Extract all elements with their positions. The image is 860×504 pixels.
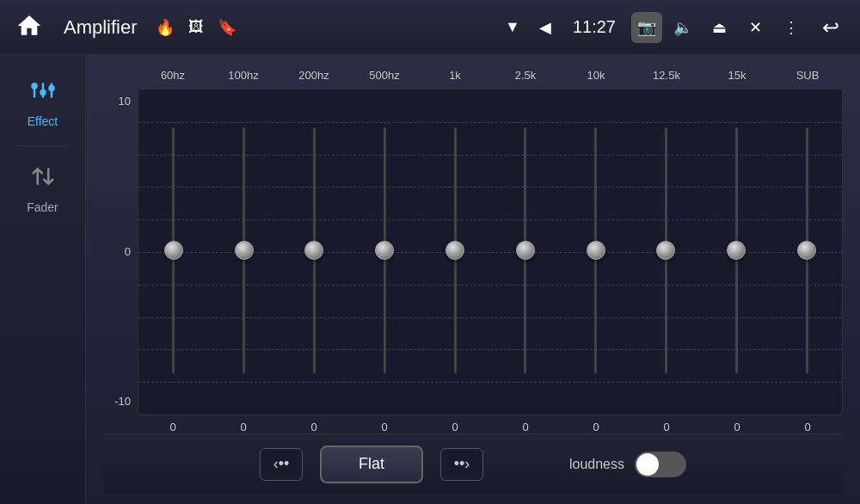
- flat-label: Flat: [359, 455, 384, 473]
- svg-point-3: [40, 89, 46, 96]
- loudness-toggle[interactable]: [635, 452, 686, 477]
- slider-col-12.5k: [631, 89, 702, 415]
- sidebar-effect-label: Effect: [28, 114, 58, 128]
- slider-track-10k: [594, 127, 597, 373]
- freq-labels: 60hz100hz200hz500hz1k2.5k10k12.5k15kSUB: [138, 69, 843, 82]
- slider-wrap-sub: [771, 89, 842, 411]
- slider-track-15k: [735, 127, 738, 373]
- freq-label-15k: 15k: [707, 69, 767, 82]
- prev-preset-button[interactable]: ‹••: [260, 448, 303, 481]
- slider-track-sub: [806, 127, 808, 373]
- val-label-500hz: 0: [354, 421, 415, 433]
- eject-icon[interactable]: ⏏: [703, 12, 734, 43]
- slider-wrap-200hz: [280, 89, 350, 411]
- flat-button[interactable]: Flat: [320, 446, 423, 483]
- slider-wrap-60hz: [138, 89, 209, 411]
- slider-col-500hz: [349, 89, 420, 415]
- svg-point-5: [48, 85, 55, 92]
- camera-button[interactable]: 📷: [631, 12, 662, 43]
- slider-track-2.5k: [524, 127, 526, 373]
- val-label-12.5k: 0: [636, 421, 697, 433]
- top-bar-media-icons: 🔥 🖼 🔖: [153, 15, 239, 40]
- eq-grid: 10 0 -10 60hz100hz200hz500hz1k2.5k10k12.…: [103, 69, 843, 433]
- slider-wrap-12.5k: [631, 89, 702, 411]
- sliders-area: 60hz100hz200hz500hz1k2.5k10k12.5k15kSUB: [138, 69, 843, 433]
- slider-track-1k: [454, 127, 457, 373]
- volume-icon[interactable]: 🔈: [667, 12, 698, 43]
- val-label-10k: 0: [566, 421, 626, 433]
- freq-label-sub: SUB: [777, 69, 838, 82]
- slider-thumb-500hz[interactable]: [375, 241, 394, 260]
- slider-thumb-200hz[interactable]: [304, 241, 323, 260]
- next-preset-button[interactable]: ••›: [440, 448, 483, 481]
- back-button[interactable]: ↩: [812, 9, 850, 46]
- slider-wrap-100hz: [209, 89, 280, 411]
- top-bar-right-icons: 📷 🔈 ⏏ ✕ ⋮ ↩: [631, 9, 850, 46]
- slider-thumb-60hz[interactable]: [164, 241, 183, 260]
- top-bar: Amplifier 🔥 🖼 🔖 ▼ ◀ 11:27 📷 🔈 ⏏ ✕ ⋮ ↩: [0, 0, 860, 55]
- bookmark-icon: 🔖: [215, 15, 239, 40]
- signal-icon: ◀: [533, 15, 557, 40]
- freq-label-200hz: 200hz: [284, 69, 344, 82]
- slider-col-100hz: [209, 89, 280, 415]
- value-labels: 0000000000: [138, 421, 843, 433]
- sidebar-item-effect[interactable]: Effect: [0, 64, 85, 142]
- slider-col-1k: [420, 89, 490, 415]
- next-label: ••›: [454, 455, 470, 473]
- slider-thumb-2.5k[interactable]: [516, 241, 535, 260]
- slider-col-60hz: [138, 89, 209, 415]
- page-title: Amplifier: [64, 16, 138, 39]
- effect-icon: [30, 77, 56, 109]
- slider-col-200hz: [280, 89, 350, 415]
- y-label-top: 10: [119, 95, 131, 108]
- val-label-1k: 0: [425, 421, 485, 433]
- freq-label-12.5k: 12.5k: [636, 69, 697, 82]
- more-icon[interactable]: ⋮: [776, 12, 807, 43]
- slider-thumb-12.5k[interactable]: [656, 241, 675, 260]
- slider-col-2.5k: [490, 89, 561, 415]
- freq-label-60hz: 60hz: [143, 69, 203, 82]
- slider-wrap-500hz: [349, 89, 420, 411]
- val-label-15k: 0: [707, 421, 767, 433]
- slider-thumb-15k[interactable]: [727, 241, 746, 260]
- home-button[interactable]: [10, 9, 48, 46]
- wifi-icon: ▼: [501, 15, 525, 40]
- slider-wrap-15k: [701, 89, 771, 411]
- slider-thumb-sub[interactable]: [797, 241, 816, 260]
- slider-col-sub: [771, 89, 842, 415]
- sidebar-divider: [17, 145, 68, 146]
- y-label-bot: -10: [114, 395, 131, 408]
- slider-thumb-100hz[interactable]: [235, 241, 254, 260]
- freq-label-500hz: 500hz: [354, 69, 415, 82]
- close-icon[interactable]: ✕: [740, 12, 771, 43]
- freq-label-10k: 10k: [566, 69, 626, 82]
- equalizer-panel: 10 0 -10 60hz100hz200hz500hz1k2.5k10k12.…: [86, 55, 860, 504]
- slider-track-12.5k: [665, 127, 667, 373]
- val-label-60hz: 0: [143, 421, 203, 433]
- val-label-2.5k: 0: [495, 421, 556, 433]
- home-icon: [15, 12, 43, 43]
- flame-icon: 🔥: [153, 15, 177, 40]
- slider-col-15k: [701, 89, 771, 415]
- loudness-section: loudness: [569, 452, 686, 477]
- y-label-mid: 0: [125, 245, 131, 258]
- slider-track-60hz: [172, 127, 175, 373]
- image-icon: 🖼: [184, 15, 208, 40]
- freq-label-100hz: 100hz: [213, 69, 273, 82]
- slider-track-100hz: [243, 127, 245, 373]
- loudness-label: loudness: [569, 457, 624, 472]
- prev-label: ‹••: [273, 455, 290, 473]
- sidebar-item-fader[interactable]: Fader: [0, 150, 85, 228]
- sidebar: Effect Fader: [0, 55, 86, 504]
- slider-wrap-10k: [561, 89, 631, 411]
- val-label-100hz: 0: [213, 421, 273, 433]
- y-axis: 10 0 -10: [103, 69, 138, 433]
- slider-thumb-10k[interactable]: [587, 241, 605, 260]
- slider-thumb-1k[interactable]: [445, 241, 464, 260]
- slider-wrap-1k: [420, 89, 490, 411]
- bottom-bar: ‹•• Flat ••› loudness: [103, 433, 843, 494]
- val-label-sub: 0: [777, 421, 838, 433]
- slider-wrap-2.5k: [490, 89, 561, 411]
- fader-icon: [30, 163, 56, 195]
- sliders-row: [138, 89, 843, 415]
